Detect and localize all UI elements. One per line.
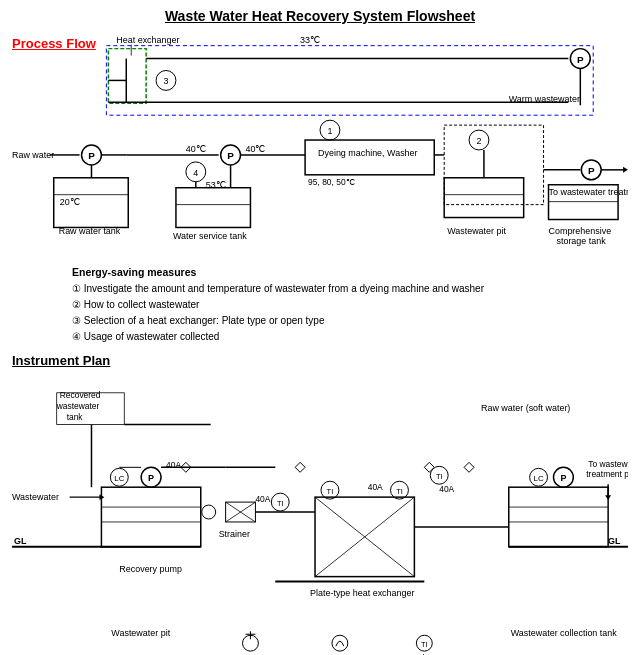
svg-marker-122 — [424, 462, 434, 472]
svg-text:Wastewater collection tank: Wastewater collection tank — [511, 628, 618, 638]
svg-marker-123 — [464, 462, 474, 472]
svg-text:Raw water (soft water): Raw water (soft water) — [481, 402, 570, 412]
svg-text:4: 4 — [193, 168, 198, 178]
svg-text:Plate-type heat exchanger: Plate-type heat exchanger — [310, 588, 414, 598]
svg-text:Wastewater pit: Wastewater pit — [447, 226, 506, 236]
svg-text:TI: TI — [396, 487, 403, 496]
svg-text:40A: 40A — [368, 482, 383, 492]
svg-text:2: 2 — [476, 136, 481, 146]
svg-text:Wastewater pit: Wastewater pit — [111, 628, 170, 638]
svg-marker-38 — [623, 167, 628, 173]
svg-rect-101 — [509, 487, 608, 547]
svg-text:40A: 40A — [439, 484, 454, 494]
energy-title: Energy-saving measures — [72, 264, 628, 281]
svg-rect-2 — [108, 49, 146, 104]
svg-text:Raw water tank: Raw water tank — [59, 226, 121, 236]
svg-text:1: 1 — [327, 126, 332, 136]
instrument-plan-diagram: GL GL Wastewater pit Wastewater P Recove… — [12, 372, 628, 655]
svg-text:Strainer: Strainer — [219, 529, 250, 539]
svg-text:TI: TI — [436, 472, 443, 481]
svg-point-124 — [202, 505, 216, 519]
svg-text:P: P — [227, 150, 234, 161]
energy-item-1: ① Investigate the amount and temperature… — [72, 281, 628, 297]
energy-saving-section: Energy-saving measures ① Investigate the… — [72, 264, 628, 345]
main-title: Waste Water Heat Recovery System Flowshe… — [12, 8, 628, 24]
svg-text:P: P — [560, 473, 566, 483]
svg-text:Recovery pump: Recovery pump — [119, 563, 182, 573]
svg-text:Comprehensive: Comprehensive — [549, 226, 612, 236]
svg-text:Recovered: Recovered — [60, 390, 101, 400]
heat-exchanger-label: Heat exchanger — [116, 35, 179, 45]
svg-text:TI: TI — [277, 499, 284, 508]
svg-text:Water service tank: Water service tank — [173, 231, 247, 241]
svg-text:GL: GL — [608, 536, 621, 546]
svg-rect-65 — [101, 487, 200, 547]
temp-33: 33℃ — [300, 35, 320, 45]
svg-text:20℃: 20℃ — [60, 197, 80, 207]
svg-text:tank: tank — [67, 411, 84, 421]
svg-text:wastewater: wastewater — [56, 401, 100, 411]
svg-text:Dyeing machine, Washer: Dyeing machine, Washer — [318, 148, 418, 158]
svg-text:P: P — [577, 54, 584, 65]
process-flow-diagram: Heat exchanger 33℃ 3 P — [12, 30, 628, 260]
svg-text:GL: GL — [14, 536, 27, 546]
energy-item-3: ③ Selection of a heat exchanger: Plate t… — [72, 313, 628, 329]
svg-text:40A: 40A — [255, 494, 270, 504]
energy-item-4: ④ Usage of wastewater collected — [72, 329, 628, 345]
svg-text:To wastewater: To wastewater — [588, 459, 628, 469]
svg-text:P: P — [588, 165, 595, 176]
svg-text:3: 3 — [164, 76, 169, 86]
svg-rect-45 — [176, 188, 251, 228]
svg-rect-30 — [444, 125, 543, 204]
svg-text:storage tank: storage tank — [556, 236, 606, 246]
svg-marker-113 — [605, 495, 611, 500]
svg-text:Raw water: Raw water — [12, 150, 54, 160]
svg-text:To wastewater treatment plant: To wastewater treatment plant — [549, 187, 628, 197]
svg-text:Wastewater: Wastewater — [12, 492, 59, 502]
svg-text:LC: LC — [534, 474, 544, 483]
svg-text:40℃: 40℃ — [186, 144, 206, 154]
process-flow-label: Process Flow — [12, 36, 96, 51]
svg-text:P: P — [148, 473, 154, 483]
svg-point-131 — [332, 635, 348, 651]
energy-item-2: ② How to collect wastewater — [72, 297, 628, 313]
svg-text:40A: 40A — [166, 460, 181, 470]
svg-text:treatment plant: treatment plant — [586, 469, 628, 479]
svg-text:TI: TI — [421, 640, 428, 649]
svg-text:TI: TI — [327, 487, 334, 496]
svg-text:LC: LC — [114, 474, 124, 483]
svg-rect-50 — [444, 178, 523, 218]
svg-marker-121 — [295, 462, 305, 472]
svg-rect-1 — [106, 46, 593, 116]
svg-text:95, 80, 50℃: 95, 80, 50℃ — [308, 177, 355, 187]
page: Waste Water Heat Recovery System Flowshe… — [0, 0, 640, 655]
svg-text:P: P — [88, 150, 95, 161]
svg-text:40℃: 40℃ — [245, 144, 265, 154]
instrument-plan-label: Instrument Plan — [12, 353, 628, 368]
